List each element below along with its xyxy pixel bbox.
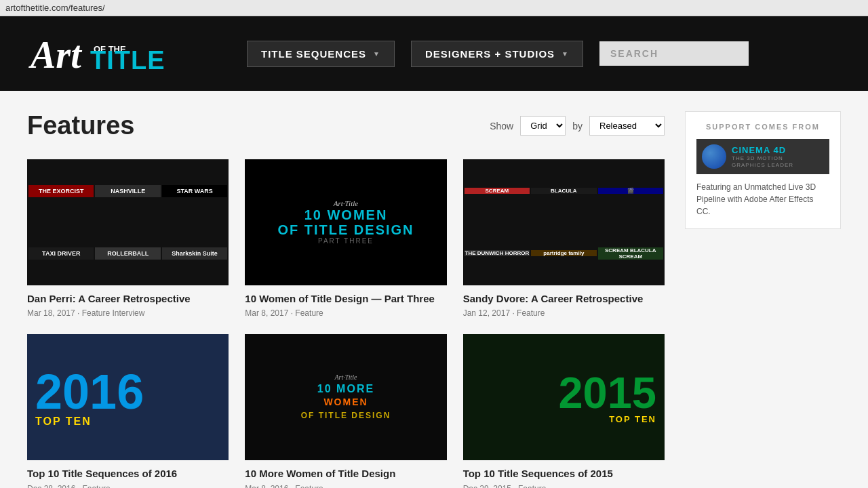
site-logo[interactable]: Art OF THE TITLE	[27, 28, 217, 79]
cinema4d-tagline: THE 3D MOTIONGRAPHICS LEADER	[732, 155, 793, 168]
article-meta: Dec 28, 2016 · Feature	[27, 484, 229, 488]
cinema4d-name: CINEMA 4D	[732, 145, 793, 155]
sort-select[interactable]: Released Title Date Added	[589, 116, 665, 136]
svg-text:Art: Art	[28, 34, 82, 76]
support-title: SUPPORT COMES FROM	[696, 123, 829, 131]
sponsor-description: Featuring an Unmatched Live 3D Pipeline …	[696, 181, 829, 218]
article-card-sandy-dvore[interactable]: SCREAM BLACULA 🎬 THE DUNWICH HORROR part…	[463, 159, 665, 318]
article-meta: Dec 29, 2015 · Feature	[463, 484, 665, 488]
thumb-cell: STAR WARS	[162, 185, 227, 197]
thumb-cell: NASHVILLE	[95, 185, 160, 197]
thumb-main-text: 10 MORE WOMEN OF TITLE DESIGN	[301, 382, 391, 422]
thumb-cell: SCREAM BLACULA SCREAM	[598, 247, 663, 260]
page-title: Features	[27, 111, 134, 140]
article-title: Sandy Dvore: A Career Retrospective	[463, 292, 665, 306]
thumb-cell: partridge family	[531, 250, 596, 256]
article-thumb-10morewomen: Art·Title 10 MORE WOMEN OF TITLE DESIGN	[245, 334, 446, 460]
thumb-content: Art·Title 10 WOMENOF TITLE DESIGN PART T…	[277, 199, 414, 245]
thumb-year: 2015	[558, 371, 656, 415]
thumb-cell: SCREAM	[465, 188, 530, 194]
thumb-cell: THE DUNWICH HORROR	[465, 250, 530, 256]
article-meta: Mar 8, 2017 · Feature	[245, 308, 446, 318]
content-area: Features Show Grid List by Released Titl…	[27, 111, 665, 488]
view-select[interactable]: Grid List	[520, 116, 566, 136]
cinema4d-text: CINEMA 4D THE 3D MOTIONGRAPHICS LEADER	[732, 145, 793, 168]
address-bar: artofthetitle.com/features/	[0, 0, 868, 16]
thumb-main-text: 10 WOMENOF TITLE DESIGN	[277, 207, 414, 237]
show-label: Show	[490, 121, 513, 131]
article-meta: Mar 18, 2017 · Feature Interview	[27, 308, 229, 318]
article-title: 10 More Women of Title Design	[245, 467, 446, 481]
article-card-dan-perri[interactable]: THE EXORCIST NASHVILLE STAR WARS TAXI DR…	[27, 159, 229, 318]
article-title: 10 Women of Title Design — Part Three	[245, 292, 446, 306]
article-title: Top 10 Title Sequences of 2015	[463, 467, 665, 481]
thumb-cell: BLACULA	[531, 188, 596, 194]
cinema4d-icon	[702, 144, 726, 169]
thumb-cell: Sharkskin Suite	[162, 247, 227, 260]
article-thumb-10women3: Art·Title 10 WOMENOF TITLE DESIGN PART T…	[245, 159, 446, 285]
designers-studios-chevron-icon: ▼	[561, 50, 569, 58]
article-thumb-sandy: SCREAM BLACULA 🎬 THE DUNWICH HORROR part…	[463, 159, 665, 285]
thumb-art-title: Art·Title	[277, 199, 414, 207]
search-input[interactable]	[599, 41, 749, 66]
article-thumb-dan-perri: THE EXORCIST NASHVILLE STAR WARS TAXI DR…	[27, 159, 229, 285]
title-sequences-dropdown[interactable]: TITLE SEQUENCES ▼	[247, 41, 395, 67]
article-meta: Mar 8, 2016 · Feature	[245, 484, 446, 488]
thumb-cell: THE EXORCIST	[28, 185, 94, 197]
site-header: Art OF THE TITLE TITLE SEQUENCES ▼ DESIG…	[0, 16, 868, 91]
cinema4d-logo[interactable]: CINEMA 4D THE 3D MOTIONGRAPHICS LEADER	[696, 139, 829, 174]
thumb-cell: ROLLERBALL	[95, 247, 160, 260]
thumb-cell: TAXI DRIVER	[28, 247, 94, 260]
title-sequences-label: TITLE SEQUENCES	[261, 48, 366, 60]
article-title: Dan Perri: A Career Retrospective	[27, 292, 229, 306]
url-text: artofthetitle.com/features/	[5, 3, 105, 13]
thumb-cell: 🎬	[598, 188, 663, 194]
thumb-art-title: Art·Title	[334, 373, 357, 381]
designers-studios-dropdown[interactable]: DESIGNERS + STUDIOS ▼	[411, 41, 583, 67]
article-card-10more-women[interactable]: Art·Title 10 MORE WOMEN OF TITLE DESIGN …	[245, 334, 446, 488]
view-controls: Show Grid List by Released Title Date Ad…	[490, 116, 665, 136]
by-label: by	[572, 121, 583, 131]
article-meta: Jan 12, 2017 · Feature	[463, 308, 665, 318]
article-card-top10-2015[interactable]: 2015 TOP TEN Top 10 Title Sequences of 2…	[463, 334, 665, 488]
articles-grid: THE EXORCIST NASHVILLE STAR WARS TAXI DR…	[27, 159, 665, 488]
sidebar: SUPPORT COMES FROM CINEMA 4D THE 3D MOTI…	[685, 111, 841, 488]
article-card-top10-2016[interactable]: 2016 TOP TEN Top 10 Title Sequences of 2…	[27, 334, 229, 488]
designers-studios-label: DESIGNERS + STUDIOS	[425, 48, 555, 60]
article-card-10women-part3[interactable]: Art·Title 10 WOMENOF TITLE DESIGN PART T…	[245, 159, 446, 318]
svg-text:TITLE: TITLE	[90, 46, 165, 75]
thumb-year: 2016	[35, 367, 144, 416]
title-sequences-chevron-icon: ▼	[373, 50, 380, 58]
sponsor-block: SUPPORT COMES FROM CINEMA 4D THE 3D MOTI…	[685, 111, 841, 229]
page-header: Features Show Grid List by Released Titl…	[27, 111, 665, 140]
thumb-part-label: PART THREE	[277, 237, 414, 245]
main-content: Features Show Grid List by Released Titl…	[0, 91, 868, 488]
article-thumb-top10-2015: 2015 TOP TEN	[463, 334, 665, 460]
article-thumb-top10-2016: 2016 TOP TEN	[27, 334, 229, 460]
article-title: Top 10 Title Sequences of 2016	[27, 467, 229, 481]
